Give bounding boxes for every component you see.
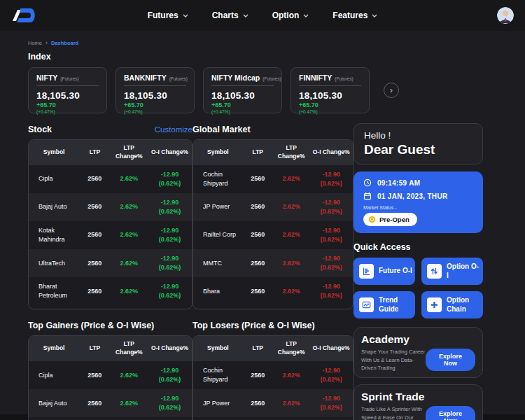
index-card-finnifty[interactable]: FINNIFTY(Futures) 18,105.30 +65.70 (+0.4…	[290, 67, 370, 113]
table-row[interactable]: JP Power25602.62%-12.90 (0.62%)	[193, 389, 353, 417]
table-row[interactable]: Kotak Mahindra25602.62%-12.90 (0.62%)	[29, 221, 192, 249]
divider	[36, 85, 99, 86]
quick-access-option-oi[interactable]: Option O-I	[421, 258, 483, 285]
table-row[interactable]: Bhara25602.62%-12.90 (0.62%)	[193, 277, 353, 305]
ltp-cell: 2560	[243, 165, 273, 193]
divider	[299, 85, 361, 86]
nav-item-label: Charts	[212, 10, 239, 20]
ltp-change-cell: 2.62%	[110, 361, 148, 389]
oi-change-cell: -12.90 (0.62%)	[309, 361, 353, 389]
table-row[interactable]: Cipla25602.62%-12.90 (0.62%)	[29, 361, 192, 389]
symbol-cell: Bhara	[193, 277, 243, 305]
index-change: +65.70	[211, 102, 274, 108]
nav-item-features[interactable]: Features	[332, 10, 377, 20]
oi-change-cell: -12.90 (0.62%)	[309, 417, 353, 420]
ltp-cell: 2560	[79, 165, 110, 193]
chevron-down-icon	[372, 14, 377, 18]
dashboard-content: Home › Dashboard Index NIFTY(Futures) 18…	[0, 31, 525, 414]
symbol-cell: Cipla	[29, 165, 79, 193]
col-ltp-change: LTP Change%	[273, 140, 309, 165]
table-row[interactable]: Cipla25602.62%-12.90 (0.62%)	[29, 165, 192, 193]
customize-link[interactable]: Customize	[155, 125, 192, 134]
ltp-change-cell: 2.62%	[273, 389, 309, 417]
index-change-pct: (+0.47%)	[299, 109, 361, 114]
quick-access-option-chain[interactable]: Option Chain	[421, 291, 483, 318]
oi-change-cell: -12.90 (0.62%)	[148, 221, 192, 249]
oi-change-cell: -12.90 (0.62%)	[309, 249, 353, 277]
symbol-cell: Cipla	[29, 361, 79, 389]
chevron-down-icon	[183, 14, 188, 18]
market-status-value: Pre-Open	[379, 216, 410, 223]
brand-logo[interactable]	[10, 6, 39, 28]
market-date: 01 JAN, 2023, THUR	[377, 192, 447, 200]
market-status-badge: Pre-Open	[363, 213, 417, 226]
nav-item-label: Futures	[148, 10, 178, 20]
arrows-up-down-icon	[427, 264, 442, 279]
sprint-trade-card: Sprint Trade Trade Like A Sprinter With …	[354, 384, 483, 420]
index-card-nifty[interactable]: NIFTY(Futures) 18,105.30 +65.70 (+0.47%)	[28, 67, 107, 113]
nav-item-label: Option	[272, 10, 300, 20]
divider	[211, 85, 274, 86]
ltp-cell: 2560	[79, 221, 110, 249]
ltp-change-cell: 2.62%	[110, 277, 148, 305]
table-row[interactable]: MMTC25602.62%-12.90 (0.62%)	[193, 249, 353, 277]
ltp-change-cell: 2.62%	[273, 249, 309, 277]
table-row[interactable]: Cochin Shipyard25602.62%-12.90 (0.62%)	[193, 361, 353, 389]
index-price: 18,105.30	[211, 90, 274, 101]
index-change: +65.70	[36, 102, 99, 108]
index-card-banknifty[interactable]: BANKNIFTY(Futures) 18,105.30 +65.70 (+0.…	[115, 67, 195, 113]
table-row[interactable]: Cochin Shipyard25602.62%-12.90 (0.62%)	[193, 165, 353, 193]
ltp-change-cell: 2.62%	[110, 165, 148, 193]
chevron-down-icon	[243, 14, 248, 18]
user-avatar[interactable]	[497, 7, 514, 24]
quick-access-label: Future O-I	[379, 267, 412, 276]
ltp-change-cell: 2.62%	[273, 417, 309, 420]
breadcrumb-home-link[interactable]: Home	[28, 40, 42, 46]
col-ltp: LTP	[243, 140, 273, 165]
ltp-cell: 2560	[79, 417, 110, 420]
sprint-trade-explore-button[interactable]: Explore Now	[426, 406, 475, 420]
breadcrumb: Home › Dashboard	[28, 36, 505, 52]
col-symbol: Symbol	[193, 140, 243, 165]
quick-access-trend-guide[interactable]: Trend Guide	[354, 291, 415, 318]
ltp-cell: 2560	[79, 249, 110, 277]
bar-chart-icon	[359, 264, 374, 279]
market-status-label: Market Status -	[363, 205, 473, 210]
table-row[interactable]: Bharat Petroleum25602.62%-12.90 (0.62%)	[29, 277, 192, 305]
academy-explore-button[interactable]: Explore Now	[426, 349, 475, 371]
table-row[interactable]: Kotak Mahindra25602.62%-12.90 (0.62%)	[29, 417, 192, 420]
index-card-nifty-midcap[interactable]: NIFTY Midcap(Futures) 18,105.30 +65.70 (…	[203, 67, 282, 113]
oi-change-cell: -12.90 (0.62%)	[309, 389, 353, 417]
ltp-change-cell: 2.62%	[110, 389, 148, 417]
symbol-cell: Cochin Shipyard	[193, 165, 243, 193]
oi-change-cell: -12.90 (0.62%)	[309, 165, 353, 193]
nav-item-futures[interactable]: Futures	[148, 10, 188, 20]
quick-access-label: Option O-I	[447, 262, 480, 280]
table-row[interactable]: Railtel Corp25602.62%-12.90 (0.62%)	[193, 417, 353, 420]
brand-logo-icon	[10, 6, 39, 25]
table-row[interactable]: JP Power25602.62%-12.90 (0.62%)	[193, 193, 353, 221]
symbol-cell: Cochin Shipyard	[193, 361, 243, 389]
index-name: NIFTY Midcap	[211, 74, 260, 82]
quick-access-grid: Future O-I Option O-I Trend Guide	[354, 258, 483, 318]
index-tag: (Futures)	[169, 76, 188, 81]
nav-item-charts[interactable]: Charts	[212, 10, 248, 20]
table-row[interactable]: UltraTech25602.62%-12.90 (0.62%)	[29, 249, 192, 277]
nav-item-option[interactable]: Option	[272, 10, 309, 20]
index-tag: (Futures)	[335, 76, 353, 81]
col-symbol: Symbol	[29, 140, 79, 165]
oi-change-cell: -12.90 (0.62%)	[309, 277, 353, 305]
top-losers-table: Symbol LTP LTP Change% O-I Change% Cochi…	[192, 335, 354, 420]
index-card-row: NIFTY(Futures) 18,105.30 +65.70 (+0.47%)…	[28, 67, 505, 113]
table-row[interactable]: Railtel Corp25602.62%-12.90 (0.62%)	[193, 221, 353, 249]
breadcrumb-current[interactable]: Dashboard	[51, 40, 78, 46]
table-row[interactable]: Bajaj Auto25602.62%-12.90 (0.62%)	[29, 389, 192, 417]
table-header-row: Symbol LTP LTP Change% O-I Change%	[29, 336, 192, 361]
academy-description: Shape Your Trading Career With Us & Lear…	[361, 348, 426, 372]
quick-access-title: Quick Access	[354, 242, 483, 252]
clock-icon	[363, 178, 372, 187]
table-header-row: Symbol LTP LTP Change% O-I Change%	[193, 336, 353, 361]
table-row[interactable]: Bajaj Auto25602.62%-12.90 (0.62%)	[29, 193, 192, 221]
quick-access-future-oi[interactable]: Future O-I	[354, 258, 415, 285]
carousel-next-button[interactable]: ›	[384, 83, 399, 98]
